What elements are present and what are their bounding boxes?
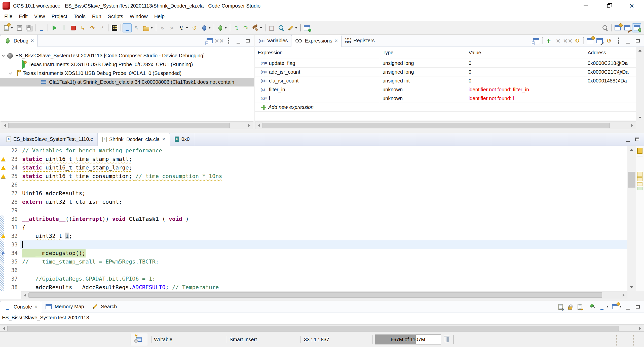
code-text[interactable]: static uint16_t time_consumption; // tim… xyxy=(20,172,644,181)
close-icon[interactable]: × xyxy=(34,304,37,310)
expressions-horizontal-scrollbar[interactable] xyxy=(255,121,636,129)
step-over-icon[interactable]: ↷ xyxy=(88,23,97,32)
window-minimize-button[interactable] xyxy=(578,0,594,12)
editor-vertical-scrollbar[interactable] xyxy=(627,146,636,291)
run-garbage-collector-button[interactable] xyxy=(442,335,451,344)
debug-horizontal-scrollbar[interactable] xyxy=(1,121,253,129)
dropdown-arrow-icon[interactable] xyxy=(607,306,609,308)
new-file-icon[interactable] xyxy=(2,23,14,32)
editor-gutter[interactable] xyxy=(0,240,7,249)
profile-resume-icon[interactable]: ↴ xyxy=(232,23,241,32)
step-return-icon[interactable]: ↱ xyxy=(97,23,106,32)
column-value[interactable]: Value xyxy=(466,47,585,59)
code-text[interactable]: uint32_t i; xyxy=(20,232,644,240)
expressions-vertical-scrollbar[interactable] xyxy=(636,47,644,121)
code-text[interactable]: //GpioDataRegs.GPADAT.bit.GPIO6 = 1; xyxy=(20,275,644,283)
menu-tools[interactable]: Tools xyxy=(70,12,89,21)
dropdown-arrow-icon[interactable] xyxy=(151,27,153,29)
tab-expressions[interactable]: Expressions × xyxy=(291,35,342,47)
heap-drag-handle[interactable] xyxy=(453,335,453,344)
debug-tree-item[interactable]: Cla1Task1() at Shrink_Dcoder_cla.cla:34 … xyxy=(0,78,254,86)
open-console-icon[interactable] xyxy=(611,302,623,311)
save-all-icon[interactable] xyxy=(24,23,33,32)
code-text[interactable]: // Variables for bench marking performan… xyxy=(20,146,644,155)
editor-tab-0[interactable]: c ES_bisscSlave_SystemTest_1110.c xyxy=(2,133,98,146)
suspend-icon[interactable] xyxy=(59,23,68,32)
editor-gutter[interactable] xyxy=(0,198,7,206)
edit-perspective-icon[interactable] xyxy=(623,23,632,32)
reload-icon[interactable]: ↺ xyxy=(604,36,614,45)
profile-step-icon[interactable]: ↷ xyxy=(241,23,250,32)
search-icon[interactable] xyxy=(600,23,610,32)
flash-icon[interactable]: ↯ xyxy=(177,23,190,32)
scroll-right-icon[interactable] xyxy=(629,122,636,129)
dropdown-arrow-icon[interactable] xyxy=(11,27,13,29)
load-program-icon[interactable] xyxy=(142,23,154,32)
menu-help[interactable]: Help xyxy=(151,12,168,21)
dropdown-arrow-icon[interactable] xyxy=(225,27,227,29)
tab-debug[interactable]: Debug × xyxy=(0,35,38,47)
tab-variables[interactable]: (x)= Variables xyxy=(255,35,291,47)
editor-gutter[interactable] xyxy=(0,223,7,232)
dropdown-arrow-icon[interactable] xyxy=(295,27,297,29)
heap-drag-handle[interactable] xyxy=(372,335,372,344)
scroll-left-icon[interactable] xyxy=(0,325,7,332)
export-expressions-icon[interactable] xyxy=(595,36,604,45)
occurrence-marker[interactable] xyxy=(637,187,642,190)
expression-row[interactable]: (x)=iunknownidentifier not found: i xyxy=(255,94,636,103)
menu-edit[interactable]: Edit xyxy=(16,12,31,21)
scroll-left-icon[interactable] xyxy=(255,122,262,129)
add-expression-icon[interactable]: + xyxy=(544,36,553,45)
maximize-icon[interactable] xyxy=(243,36,252,45)
scrollbar-thumb[interactable] xyxy=(7,326,619,331)
editor-gutter[interactable] xyxy=(0,249,7,257)
editor-gutter[interactable] xyxy=(0,189,7,198)
scrollbar-thumb[interactable] xyxy=(28,292,602,298)
highlight-pen-icon[interactable] xyxy=(286,23,299,32)
editor-gutter[interactable] xyxy=(0,181,7,189)
zoom-tool-icon[interactable] xyxy=(277,23,286,32)
tree-expander-icon[interactable] xyxy=(2,54,5,57)
minimize-icon[interactable] xyxy=(624,302,633,311)
window-restore-button[interactable] xyxy=(600,0,617,12)
expression-row[interactable]: (x)=cla_isr_countunsigned int00x00001488… xyxy=(255,76,636,85)
cpu-view-icon[interactable] xyxy=(123,23,132,32)
add-expression-row[interactable]: Add new expression xyxy=(255,103,636,112)
dropdown-arrow-icon[interactable] xyxy=(620,306,622,308)
editor-gutter[interactable] xyxy=(0,163,7,172)
view-menu-icon[interactable] xyxy=(614,36,623,45)
refresh-icon[interactable]: ↻ xyxy=(573,36,582,45)
maximize-icon[interactable] xyxy=(633,36,642,45)
dropdown-arrow-icon[interactable] xyxy=(209,27,211,29)
terminate-icon[interactable] xyxy=(69,23,78,32)
restart-icon[interactable]: » xyxy=(158,23,167,32)
console-horizontal-scrollbar[interactable] xyxy=(0,324,644,332)
resize-grip[interactable] xyxy=(632,334,634,345)
editor-gutter[interactable] xyxy=(0,172,7,181)
menu-view[interactable]: View xyxy=(31,12,48,21)
scroll-right-icon[interactable] xyxy=(246,122,253,129)
scrollbar-thumb[interactable] xyxy=(628,172,635,188)
editor-tab-1[interactable]: c Shrink_Dcoder_cla.cla × xyxy=(98,133,170,146)
code-text[interactable]: Uint16 adccResults; xyxy=(20,189,644,198)
menu-window[interactable]: Window xyxy=(126,12,151,21)
pin-console-icon[interactable] xyxy=(588,302,597,311)
editor-gutter[interactable] xyxy=(0,206,7,215)
dropdown-arrow-icon[interactable] xyxy=(186,27,188,29)
code-text[interactable]: extern uint32_t cla_isr_count; xyxy=(20,198,644,206)
minimize-icon[interactable] xyxy=(623,135,632,144)
close-icon[interactable]: × xyxy=(334,38,338,44)
close-icon[interactable]: × xyxy=(31,38,34,44)
open-perspective-icon[interactable] xyxy=(613,23,622,32)
new-target-config-icon[interactable]: □ xyxy=(267,23,276,32)
menu-scripts[interactable]: Scripts xyxy=(104,12,126,21)
scroll-up-icon[interactable] xyxy=(627,146,636,153)
debug-tree-item[interactable]: Texas Instruments XDS110 USB Debug Probe… xyxy=(0,60,254,69)
save-icon[interactable] xyxy=(15,23,24,32)
view-menu-icon[interactable] xyxy=(224,36,233,45)
display-selected-console-icon[interactable] xyxy=(597,302,610,311)
editor-gutter[interactable] xyxy=(0,266,7,275)
tab-registers[interactable]: 10100101 Registers xyxy=(342,35,378,47)
debug-console-icon[interactable] xyxy=(37,23,46,32)
editor-gutter[interactable] xyxy=(0,155,7,163)
